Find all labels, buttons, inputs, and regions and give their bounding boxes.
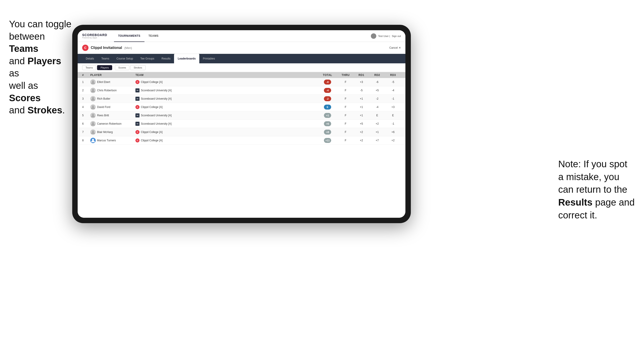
cancel-button[interactable]: Cancel ✕ — [390, 46, 401, 49]
header-total: TOTAL — [317, 73, 338, 77]
header-rd3: RD3 — [385, 73, 401, 77]
rd1-2: -5 — [354, 89, 369, 92]
team-logo-8: C — [136, 138, 140, 143]
annotation-line2: between Teams — [9, 31, 45, 54]
rd3-6: -1 — [385, 122, 401, 125]
table-row: 6 Cameron Robertson SB Scoreboard Univer… — [78, 120, 406, 128]
table-header: # PLAYER TEAM TOTAL THRU RD1 RD2 RD3 — [78, 72, 406, 78]
right-line1: Note: If you spot — [558, 159, 627, 169]
team-logo-7: C — [136, 130, 140, 134]
toggle-strokes-button[interactable]: Strokes — [130, 65, 145, 70]
rd1-8: +2 — [354, 139, 369, 142]
team-8: C Clippd College [A] — [136, 138, 317, 143]
nav-teams[interactable]: TEAMS — [144, 30, 163, 42]
right-line4: Results page and — [558, 197, 635, 208]
logo-area: SCOREBOARD Powered by clippd — [82, 33, 107, 39]
sign-out-link[interactable]: Sign out — [392, 35, 401, 37]
tournament-gender: (Men) — [124, 46, 132, 50]
rank-3: 3 — [82, 97, 90, 100]
right-line2: a mistake, you — [558, 172, 620, 182]
rank-5: 5 — [82, 114, 90, 117]
player-1: Elliot Ebert — [90, 79, 136, 85]
tab-results[interactable]: Results — [158, 54, 174, 63]
header-rd1: RD1 — [354, 73, 369, 77]
player-3: Rich Butler — [90, 96, 136, 101]
rd1-1: +3 — [354, 80, 369, 84]
annotation-line4: well as Scores — [9, 80, 41, 103]
svg-point-7 — [92, 131, 94, 132]
top-nav: SCOREBOARD Powered by clippd TOURNAMENTS… — [78, 30, 406, 42]
table-row: 7 Blair McHarg C Clippd College [A] +8 F… — [78, 128, 406, 136]
tab-course-setup[interactable]: Course Setup — [113, 54, 136, 63]
header-rank: # — [82, 73, 90, 77]
player-avatar-6 — [90, 121, 96, 127]
header-team: TEAM — [136, 73, 317, 77]
team-2: SB Scoreboard University [A] — [136, 88, 317, 92]
tab-leaderboards[interactable]: Leaderboards — [174, 54, 199, 63]
team-logo-3: SB — [136, 97, 140, 101]
team-logo-6: SB — [136, 122, 140, 126]
team-logo-2: SB — [136, 88, 140, 92]
tab-tee-groups[interactable]: Tee Groups — [136, 54, 158, 63]
table-row: 4 David Ford C Clippd College [A] E F +1… — [78, 103, 406, 111]
table-row: 8 Marcus Turners C Clippd College [A] +1… — [78, 136, 406, 145]
player-avatar-7 — [90, 129, 96, 135]
toggle-bar: Teams Players Scores Strokes — [78, 63, 406, 72]
player-avatar-4 — [90, 104, 96, 110]
thru-7: F — [338, 131, 354, 134]
rd2-3: -2 — [369, 97, 385, 100]
svg-point-8 — [92, 139, 94, 141]
left-annotation: You can toggle between Teams and Players… — [9, 18, 72, 117]
header-rd2: RD2 — [369, 73, 385, 77]
team-3: SB Scoreboard University [A] — [136, 97, 317, 101]
right-line5: correct it. — [558, 210, 597, 220]
team-4: C Clippd College [A] — [136, 105, 317, 109]
tab-teams[interactable]: Teams — [98, 54, 113, 63]
svg-point-2 — [92, 89, 94, 91]
total-5: +1 — [317, 113, 338, 118]
toggle-teams-button[interactable]: Teams — [82, 65, 96, 70]
rd3-4: +3 — [385, 106, 401, 109]
player-avatar-8 — [90, 138, 96, 143]
tab-printables[interactable]: Printables — [199, 54, 218, 63]
tablet-shell: SCOREBOARD Powered by clippd TOURNAMENTS… — [72, 25, 411, 223]
tournament-title-area: C Clippd Invitational (Men) — [82, 45, 132, 51]
svg-point-3 — [92, 97, 94, 99]
rd2-5: E — [369, 114, 385, 117]
tournament-logo: C — [82, 45, 88, 51]
annotation-players-bold: Players — [28, 56, 61, 66]
right-results-bold: Results — [558, 197, 592, 208]
total-3: -2 — [317, 96, 338, 101]
leaderboard-table: # PLAYER TEAM TOTAL THRU RD1 RD2 RD3 1 E… — [78, 72, 406, 218]
rd3-8: +2 — [385, 139, 401, 142]
tournament-header: C Clippd Invitational (Men) Cancel ✕ — [78, 42, 406, 54]
tab-details[interactable]: Details — [82, 54, 98, 63]
player-5: Rees Britt — [90, 113, 136, 118]
player-avatar-1 — [90, 79, 96, 85]
nav-tournaments[interactable]: TOURNAMENTS — [114, 30, 144, 42]
rd1-7: +2 — [354, 131, 369, 134]
rank-6: 6 — [82, 122, 90, 125]
annotation-scores-bold: Scores — [9, 93, 41, 103]
rd1-6: +5 — [354, 122, 369, 125]
player-4: David Ford — [90, 104, 136, 110]
user-label: Test User | — [378, 35, 390, 37]
svg-point-6 — [92, 122, 94, 124]
svg-point-4 — [92, 106, 94, 107]
table-row: 3 Rich Butler SB Scoreboard University [… — [78, 95, 406, 103]
rd1-4: +1 — [354, 106, 369, 109]
team-6: SB Scoreboard University [A] — [136, 122, 317, 126]
thru-1: F — [338, 80, 354, 84]
nav-user: Test User | Sign out — [371, 33, 401, 39]
thru-5: F — [338, 114, 354, 117]
toggle-scores-button[interactable]: Scores — [115, 65, 129, 70]
total-2: -4 — [317, 88, 338, 93]
toggle-players-button[interactable]: Players — [97, 65, 112, 70]
total-8: +11 — [317, 138, 338, 143]
player-2: Chris Robertson — [90, 88, 136, 93]
thru-4: F — [338, 106, 354, 109]
player-6: Cameron Robertson — [90, 121, 136, 127]
sub-nav: Details Teams Course Setup Tee Groups Re… — [78, 54, 406, 63]
team-logo-1: C — [136, 80, 140, 84]
total-1: -8 — [317, 80, 338, 85]
